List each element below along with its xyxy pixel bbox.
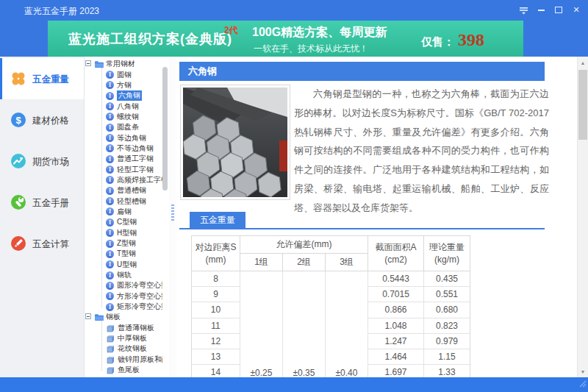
info-badge-icon: I xyxy=(106,113,114,121)
folder-icon xyxy=(94,313,104,321)
sidebar-item-label: 五金计算 xyxy=(32,238,69,251)
promo-banner[interactable]: 蓝光施工组织方案(金典版) 2代 100G精选方案、每周更新 一软在手、技术标从… xyxy=(48,21,523,57)
main-content: 六角钢 xyxy=(176,57,577,377)
clover-icon xyxy=(10,71,26,87)
cell-tolerance-1 xyxy=(240,287,283,302)
resize-grip[interactable] xyxy=(578,377,587,391)
tab-hardware-weight[interactable]: 五金重量 xyxy=(190,212,245,228)
cell-tolerance-3 xyxy=(326,302,368,318)
scrollbar-thumb[interactable] xyxy=(578,70,587,140)
panel-splitter[interactable] xyxy=(169,57,176,377)
sidebar-item-hardware-weight[interactable]: 五金重量 xyxy=(0,58,84,99)
tree-item[interactable]: I 矩形冷弯空心型... xyxy=(85,302,162,312)
table-header: 对边距离S(mm) 允许偏差(mm) 1组 2组 3组 截面面积A(cm2) 理… xyxy=(192,236,470,271)
info-badge-icon: I xyxy=(106,144,114,152)
tree-item[interactable]: I T型钢 xyxy=(85,249,162,259)
cell-tolerance-3 xyxy=(326,349,368,365)
tree-item[interactable]: I Z型钢 xyxy=(85,238,162,249)
tree-item[interactable]: I 六角钢 xyxy=(85,90,162,101)
tree-item[interactable]: I 钢轨 xyxy=(85,270,162,280)
minimize-button[interactable] xyxy=(532,3,550,18)
tree-item[interactable]: I 普通槽钢 xyxy=(85,185,162,196)
sidebar-item-label: 期货市场 xyxy=(32,156,69,168)
tree-item-label: 鱼尾板 xyxy=(118,365,140,375)
steel-plate-icon xyxy=(106,344,115,353)
tree-item[interactable]: 普通薄钢板 xyxy=(85,323,162,333)
promo-headline: 100G精选方案、每周更新 xyxy=(252,25,387,40)
tree-item[interactable]: I 不等边角钢 xyxy=(85,143,162,154)
tree-item[interactable]: I 圆形冷弯空心型... xyxy=(85,280,162,291)
cell-weight: 1.33 xyxy=(424,365,470,377)
tree-item[interactable]: I 方钢 xyxy=(85,80,162,90)
tree-item-label: 普通工字钢 xyxy=(117,154,154,164)
tree-item[interactable]: I 等边角钢 xyxy=(85,132,162,143)
cell-area: 0.7015 xyxy=(368,287,424,302)
col-header-group2: 2组 xyxy=(283,254,326,271)
tree-item-label: 镀锌用原板和酸... xyxy=(118,354,162,365)
scroll-up-icon[interactable]: ▲ xyxy=(578,57,588,68)
cell-tolerance-2 xyxy=(283,318,326,334)
info-badge-icon: I xyxy=(106,197,114,205)
info-badge-icon: I xyxy=(106,260,114,268)
cell-area: 1.464 xyxy=(368,349,424,365)
splitter-handle-icon[interactable] xyxy=(171,204,174,222)
tree-item-label: C型钢 xyxy=(117,217,137,227)
tree-folder-steel-plate[interactable]: 钢板 xyxy=(85,312,162,322)
tree-item-label: 轻型槽钢 xyxy=(117,196,146,207)
tree-item[interactable]: 花纹钢板 xyxy=(85,343,162,354)
sidebar-item-hardware-manual[interactable]: 五金手册 xyxy=(0,182,84,223)
tree-item[interactable]: 中厚钢板 xyxy=(85,333,162,343)
tree-item[interactable]: I 扁钢 xyxy=(85,207,162,217)
skin-menu-icon[interactable] xyxy=(514,3,532,18)
tree-item[interactable]: I 轻型工字钢 xyxy=(85,164,162,174)
tree-item-label: 高频焊接工字钢 xyxy=(117,175,162,185)
sidebar-item-label: 建材价格 xyxy=(32,115,69,127)
info-badge-icon: I xyxy=(106,292,114,300)
tree-item[interactable]: I U型钢 xyxy=(85,260,162,270)
sidebar-item-material-price[interactable]: $ 建材价格 xyxy=(0,99,84,140)
info-badge-icon: I xyxy=(106,165,114,174)
tree-item-label: 普通槽钢 xyxy=(117,185,146,196)
tree-item-label: 矩形冷弯空心型... xyxy=(117,302,162,312)
tree-item[interactable]: I H型钢 xyxy=(85,228,162,238)
col-header-area: 截面面积A(cm2) xyxy=(368,236,424,271)
table-row: 9 0.7015 0.551 xyxy=(192,287,470,302)
cell-distance: 11 xyxy=(192,318,240,334)
info-badge-icon: I xyxy=(106,250,114,258)
info-badge-icon: I xyxy=(106,176,114,184)
sidebar-item-futures-market[interactable]: 期货市场 xyxy=(0,140,84,182)
content-scrollbar[interactable]: ▲ ▼ xyxy=(577,57,588,377)
tree-item[interactable]: I 高频焊接工字钢 xyxy=(85,175,162,185)
tree-item[interactable]: 镀锌用原板和酸... xyxy=(85,354,162,365)
tree-scrollbar-thumb[interactable] xyxy=(162,67,168,190)
cell-area: 1.247 xyxy=(368,334,424,349)
tree-item[interactable]: I 圆钢 xyxy=(85,69,162,79)
tree-item[interactable]: I 八角钢 xyxy=(85,101,162,111)
tree-item[interactable]: I 螺纹钢 xyxy=(85,112,162,122)
tree-item[interactable]: I 普通工字钢 xyxy=(85,154,162,164)
wrench-icon xyxy=(10,194,26,210)
tree-item[interactable]: I 圆盘条 xyxy=(85,122,162,132)
tree-item-label: 圆钢 xyxy=(117,70,132,80)
tree-item-label: 中厚钢板 xyxy=(118,333,147,343)
tab-underline xyxy=(179,228,545,229)
tree-folder-common-steel[interactable]: 常用钢材 xyxy=(85,59,162,69)
maximize-button[interactable] xyxy=(550,3,567,18)
col-header-distance: 对边距离S(mm) xyxy=(192,236,240,271)
sidebar-item-hardware-calculator[interactable]: 五金计算 xyxy=(0,223,84,264)
close-button[interactable]: ✕ xyxy=(567,3,585,18)
tree-item[interactable]: I 轻型槽钢 xyxy=(85,196,162,206)
app-body: 五金重量 $ 建材价格 期货市场 五金手册 xyxy=(0,57,588,377)
tree-item[interactable]: I C型钢 xyxy=(85,217,162,227)
table-row: 12 1.247 0.979 xyxy=(192,334,470,349)
tree-item[interactable]: I 方形冷弯空心型... xyxy=(85,291,162,302)
collapse-toggle-icon[interactable] xyxy=(85,60,91,66)
scroll-down-icon[interactable]: ▼ xyxy=(578,366,588,377)
cell-weight: 0.680 xyxy=(424,302,470,318)
cell-weight: 1.15 xyxy=(424,349,470,365)
tab-label: 五金重量 xyxy=(200,214,235,227)
section-title-bar: 六角钢 xyxy=(179,62,545,81)
tree-item[interactable]: 鱼尾板 xyxy=(85,365,162,375)
tree-item-label: 等边角钢 xyxy=(117,133,146,143)
collapse-toggle-icon[interactable] xyxy=(85,313,91,319)
